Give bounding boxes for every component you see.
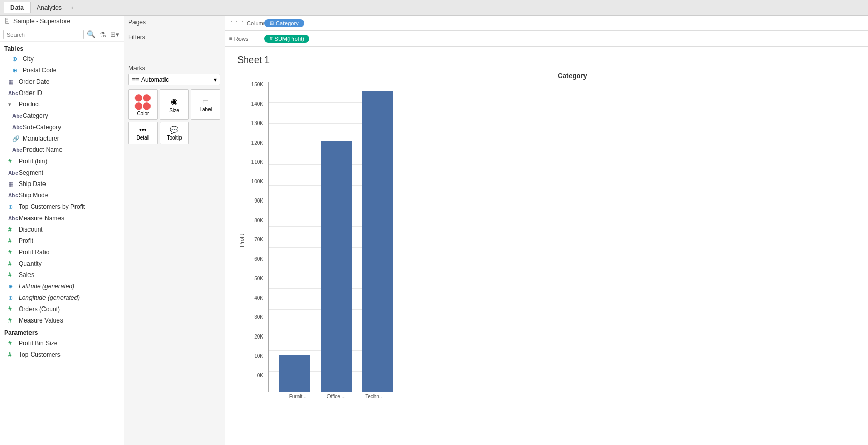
- y-tick-5: 100K: [251, 179, 265, 198]
- y-tick-13: 20K: [254, 334, 265, 354]
- field-label-longitude: Longitude (generated): [19, 293, 80, 302]
- field-label-profit: Profit: [19, 236, 33, 245]
- y-tick-4: 110K: [251, 159, 265, 179]
- marks-tooltip-icon: 💬: [170, 126, 178, 134]
- marks-detail-button[interactable]: ••• Detail: [128, 122, 158, 144]
- field-item-profit-bin-size[interactable]: #Profit Bin Size: [0, 337, 124, 349]
- field-label-ship-mode: Ship Mode: [19, 191, 48, 200]
- marks-detail-icon: •••: [139, 126, 147, 134]
- field-item-discount[interactable]: #Discount: [0, 224, 124, 235]
- y-tick-6: 90K: [254, 198, 265, 218]
- field-item-top-customers[interactable]: ⊕Top Customers by Profit: [0, 201, 124, 212]
- fields-list: Tables ⊕City⊕Postal Code▦Order DateAbcOr…: [0, 42, 124, 445]
- field-icon-order-date: ▦: [8, 78, 17, 86]
- y-tick-12: 30K: [254, 314, 265, 334]
- field-item-sales[interactable]: #Sales: [0, 269, 124, 281]
- field-item-segment[interactable]: AbcSegment: [0, 167, 124, 178]
- view-toggle-button[interactable]: ⊞▾: [109, 29, 121, 39]
- field-item-category[interactable]: AbcCategory: [0, 110, 124, 121]
- field-item-measure-values[interactable]: #Measure Values: [0, 315, 124, 326]
- y-axis-ticks: 150K140K130K120K110K100K90K80K70K60K50K4…: [248, 82, 268, 392]
- field-item-latitude[interactable]: ⊕Latitude (generated): [0, 281, 124, 292]
- rows-shelf: ≡ Rows # SUM(Profit): [225, 31, 868, 47]
- field-item-manufacturer[interactable]: 🔗Manufacturer: [0, 133, 124, 144]
- tab-data[interactable]: Data: [4, 2, 31, 13]
- bar-1[interactable]: [321, 141, 352, 392]
- field-icon-manufacturer: 🔗: [12, 134, 21, 143]
- marks-label-button[interactable]: ▭ Label: [191, 89, 220, 120]
- field-label-profit-ratio: Profit Ratio: [19, 248, 49, 257]
- field-icon-profit-bin-size: #: [8, 339, 17, 348]
- chart-container: Category Profit 150K140K130K120K110K100K…: [237, 72, 856, 400]
- field-item-top-customers-param[interactable]: #Top Customers: [0, 349, 124, 360]
- marks-tooltip-button[interactable]: 💬 Tooltip: [160, 122, 189, 144]
- chart-y-and-bars: 150K140K130K120K110K100K90K80K70K60K50K4…: [248, 82, 393, 400]
- marks-label-icon: ▭: [202, 97, 209, 105]
- field-icon-ship-date: ▦: [8, 180, 17, 189]
- field-item-profit[interactable]: #Profit: [0, 235, 124, 247]
- field-item-order-id[interactable]: AbcOrder ID: [0, 87, 124, 99]
- marks-size-button[interactable]: ◉ Size: [160, 89, 189, 120]
- marks-dropdown[interactable]: ≡≡ Automatic ▾: [128, 74, 220, 85]
- field-label-category: Category: [23, 111, 48, 120]
- search-button[interactable]: 🔍: [86, 29, 97, 39]
- data-source-icon: 🗄: [4, 18, 10, 25]
- rows-label-text: Rows: [234, 36, 249, 42]
- marks-size-label: Size: [169, 108, 179, 113]
- field-icon-ship-mode: Abc: [8, 192, 17, 200]
- field-label-profit-bin-size: Profit Bin Size: [19, 339, 57, 348]
- filters-label: Filters: [128, 34, 220, 41]
- search-row: 🔍 ⚗ ⊞▾: [0, 27, 124, 42]
- filters-section: Filters: [124, 29, 225, 60]
- marks-size-icon: ◉: [171, 97, 178, 106]
- field-item-longitude[interactable]: ⊕Longitude (generated): [0, 292, 124, 303]
- profit-pill-label: SUM(Profit): [275, 36, 304, 42]
- field-item-measure-names[interactable]: AbcMeasure Names: [0, 212, 124, 224]
- field-item-order-date[interactable]: ▦Order Date: [0, 76, 124, 87]
- field-label-segment: Segment: [19, 168, 43, 177]
- field-label-sub-category: Sub-Category: [23, 122, 61, 132]
- y-tick-15: 0K: [257, 373, 265, 392]
- field-icon-top-customers: ⊕: [8, 203, 17, 211]
- field-item-profit-bin[interactable]: #Profit (bin): [0, 156, 124, 167]
- columns-category-pill[interactable]: ⊞ Category: [264, 19, 304, 27]
- marks-color-label: Color: [137, 111, 149, 116]
- marks-color-button[interactable]: ⬤⬤⬤⬤ Color: [128, 89, 158, 120]
- x-axis-labels: Furnit...Office ..Techn..: [268, 392, 393, 400]
- field-item-product-name[interactable]: AbcProduct Name: [0, 144, 124, 156]
- field-label-measure-values: Measure Values: [19, 316, 63, 325]
- chart-wrapper: Profit 150K140K130K120K110K100K90K80K70K…: [237, 82, 393, 400]
- field-item-profit-ratio[interactable]: #Profit Ratio: [0, 247, 124, 258]
- profit-pill-icon: #: [270, 36, 273, 41]
- y-tick-10: 50K: [254, 275, 265, 295]
- field-icon-longitude: ⊕: [8, 294, 17, 302]
- tab-analytics[interactable]: Analytics: [31, 2, 68, 13]
- tabs-close-icon[interactable]: ‹: [71, 4, 73, 11]
- rows-profit-pill[interactable]: # SUM(Profit): [264, 35, 309, 43]
- rows-shelf-label: ≡ Rows: [229, 36, 260, 42]
- field-item-sub-category[interactable]: AbcSub-Category: [0, 121, 124, 133]
- data-source-row[interactable]: 🗄 Sample - Superstore: [0, 16, 124, 27]
- filter-icon-button[interactable]: ⚗: [99, 29, 107, 39]
- x-label-2: Techn..: [355, 392, 393, 400]
- field-icon-sales: #: [8, 270, 17, 280]
- field-item-postal-code[interactable]: ⊕Postal Code: [0, 65, 124, 76]
- field-item-ship-date[interactable]: ▦Ship Date: [0, 178, 124, 190]
- field-icon-segment: Abc: [8, 169, 17, 177]
- search-input[interactable]: [3, 30, 84, 39]
- field-item-city[interactable]: ⊕City: [0, 53, 124, 65]
- field-item-ship-mode[interactable]: AbcShip Mode: [0, 190, 124, 201]
- bar-0[interactable]: [279, 355, 310, 392]
- y-tick-3: 120K: [251, 140, 265, 160]
- field-icon-sub-category: Abc: [12, 124, 21, 131]
- top-tabs-bar: Data Analytics ‹: [0, 0, 868, 16]
- marks-detail-label: Detail: [137, 135, 150, 141]
- field-item-orders-count[interactable]: #Orders (Count): [0, 303, 124, 315]
- field-item-product[interactable]: ▾Product: [0, 99, 124, 110]
- parameters-items-container: #Profit Bin Size#Top Customers: [0, 337, 124, 360]
- field-item-quantity[interactable]: #Quantity: [0, 258, 124, 269]
- field-icon-profit-ratio: #: [8, 248, 17, 257]
- data-source-name: Sample - Superstore: [13, 18, 70, 25]
- bar-2[interactable]: [362, 91, 393, 392]
- field-icon-profit-bin: #: [8, 157, 17, 166]
